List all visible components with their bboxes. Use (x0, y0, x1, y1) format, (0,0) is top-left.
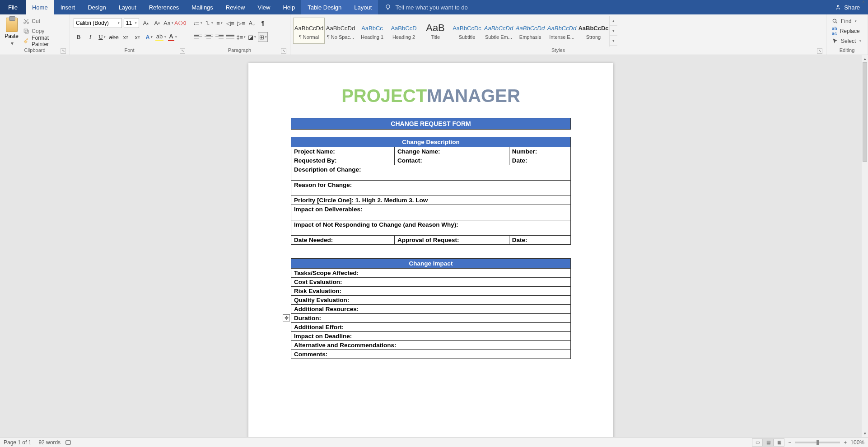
styles-more-arrow[interactable]: ▾ (610, 36, 617, 46)
tell-me[interactable]: Tell me what you want to do (378, 4, 474, 11)
cell-date-needed[interactable]: Date Needed: (291, 236, 395, 245)
style-tile-heading-2[interactable]: AaBbCcDHeading 2 (388, 18, 420, 44)
style-tile-strong[interactable]: AaBbCcDcStrong (578, 18, 609, 44)
shading-button[interactable]: ◪▾ (247, 32, 257, 42)
italic-button[interactable]: I (85, 32, 95, 42)
tab-insert[interactable]: Insert (54, 0, 82, 14)
align-left-button[interactable] (193, 32, 203, 42)
tab-home[interactable]: Home (26, 0, 54, 14)
underline-button[interactable]: U▾ (97, 32, 107, 42)
bold-button[interactable]: B (74, 32, 84, 42)
style-tile-subtitle[interactable]: AaBbCcDcSubtitle (451, 18, 483, 44)
cell-reason[interactable]: Reason for Change: (291, 181, 571, 196)
t2-row-1[interactable]: Cost Evaluation: (291, 278, 571, 287)
table-change-description[interactable]: Change Description Project Name: Change … (291, 137, 571, 245)
cell-impact-not-responding[interactable]: Impact of Not Responding to Change (and … (291, 220, 571, 236)
cell-approval[interactable]: Approval of Request: (395, 236, 509, 245)
tab-table-design[interactable]: Table Design (301, 0, 348, 14)
t2-row-2[interactable]: Risk Evaluation: (291, 287, 571, 296)
styles-launcher[interactable]: ⤡ (817, 48, 822, 54)
table-change-impact[interactable]: Change Impact Tasks/Scope Affected:Cost … (291, 258, 571, 359)
font-name-combo[interactable]: Calibri (Body)▾ (74, 18, 122, 28)
t2-row-6[interactable]: Additional Effort: (291, 323, 571, 332)
show-marks-button[interactable]: ¶ (258, 18, 268, 28)
style-tile-emphasis[interactable]: AaBbCcDdEmphasis (514, 18, 546, 44)
page[interactable]: PROJECTMANAGER CHANGE REQUEST FORM Chang… (248, 63, 613, 437)
scroll-up-button[interactable]: ▴ (862, 55, 868, 62)
decrease-indent-button[interactable]: ◁≡ (225, 18, 235, 28)
cell-description[interactable]: Description of Change: (291, 165, 571, 181)
cell-project-name[interactable]: Project Name: (291, 147, 395, 156)
paste-button[interactable]: Paste ▾ (3, 16, 20, 47)
t2-row-7[interactable]: Impact on Deadline: (291, 332, 571, 341)
tab-file[interactable]: File (0, 0, 26, 14)
zoom-slider[interactable] (795, 442, 840, 443)
borders-button[interactable]: ⊞▾ (258, 32, 268, 42)
print-layout-button[interactable]: ▤ (763, 438, 774, 447)
zoom-level[interactable]: 100% (850, 439, 864, 446)
styles-down-arrow[interactable]: ▾ (610, 26, 617, 36)
styles-up-arrow[interactable]: ▴ (610, 16, 617, 26)
increase-indent-button[interactable]: ▷≡ (236, 18, 246, 28)
cell-number[interactable]: Number: (509, 147, 570, 156)
cut-button[interactable]: Cut (23, 17, 67, 26)
spellcheck-icon[interactable] (65, 439, 71, 446)
tab-mailings[interactable]: Mailings (185, 0, 219, 14)
justify-button[interactable] (225, 32, 235, 42)
align-right-button[interactable] (215, 32, 224, 42)
superscript-button[interactable]: x2 (132, 32, 142, 42)
numbering-button[interactable]: ⒈▾ (204, 18, 214, 28)
find-button[interactable]: Find▾ (832, 17, 861, 26)
cell-change-name[interactable]: Change Name: (395, 147, 509, 156)
read-mode-button[interactable]: ▭ (752, 438, 763, 447)
font-size-combo[interactable]: 11▾ (124, 18, 140, 28)
highlight-button[interactable]: ab▾ (156, 32, 166, 42)
cell-impact-deliverables[interactable]: Impact on Deliverables: (291, 205, 571, 220)
tab-review[interactable]: Review (219, 0, 252, 14)
style-tile-heading-1[interactable]: AaBbCcHeading 1 (356, 18, 388, 44)
t2-row-5[interactable]: Duration: (291, 314, 571, 323)
t2-row-9[interactable]: Comments: (291, 350, 571, 359)
tab-design[interactable]: Design (81, 0, 112, 14)
table-move-handle-icon[interactable]: ✥ (283, 314, 290, 321)
styles-scroll-arrows[interactable]: ▴ ▾ ▾ (609, 16, 617, 47)
scroll-down-button[interactable]: ▾ (862, 430, 868, 437)
sort-button[interactable]: A↓ (247, 18, 257, 28)
tab-view[interactable]: View (251, 0, 276, 14)
cell-date2[interactable]: Date: (509, 236, 570, 245)
status-page[interactable]: Page 1 of 1 (4, 439, 31, 446)
style-tile-title[interactable]: AaBTitle (420, 18, 451, 44)
zoom-in-button[interactable]: + (844, 439, 847, 446)
t2-row-3[interactable]: Quality Evaluation: (291, 296, 571, 305)
vertical-scrollbar[interactable]: ▴ ▾ (862, 55, 868, 437)
text-effects-button[interactable]: A▾ (144, 32, 154, 42)
t2-row-8[interactable]: Alternative and Recommendations: (291, 341, 571, 350)
replace-button[interactable]: abac Replace (832, 27, 861, 36)
cell-date1[interactable]: Date: (509, 156, 570, 165)
shrink-font-button[interactable]: A▾ (152, 18, 162, 28)
collapse-ribbon-button[interactable]: ^ (860, 1, 867, 8)
style-tile-intense-e-[interactable]: AaBbCcDdIntense E... (546, 18, 578, 44)
t2-row-0[interactable]: Tasks/Scope Affected: (291, 269, 571, 278)
clipboard-launcher[interactable]: ⤡ (61, 48, 66, 54)
styles-gallery[interactable]: AaBbCcDd¶ NormalAaBbCcDd¶ No Spac...AaBb… (293, 16, 609, 46)
tab-layout[interactable]: Layout (112, 0, 143, 14)
document-viewport[interactable]: PROJECTMANAGER CHANGE REQUEST FORM Chang… (0, 55, 862, 437)
style-tile-subtle-em-[interactable]: AaBbCcDdSubtle Em... (483, 18, 514, 44)
font-launcher[interactable]: ⤡ (180, 48, 185, 54)
style-tile--no-spac-[interactable]: AaBbCcDd¶ No Spac... (325, 18, 356, 44)
align-center-button[interactable] (204, 32, 214, 42)
cell-contact[interactable]: Contact: (395, 156, 509, 165)
style-tile--normal[interactable]: AaBbCcDd¶ Normal (293, 18, 325, 44)
font-color-button[interactable]: A▾ (168, 32, 177, 42)
clear-formatting-button[interactable]: A⌫ (175, 18, 185, 28)
web-layout-button[interactable]: ▦ (774, 438, 784, 447)
scrollbar-thumb[interactable] (863, 62, 867, 162)
status-words[interactable]: 92 words (38, 439, 61, 446)
change-case-button[interactable]: Aa▾ (163, 18, 173, 28)
cell-requested-by[interactable]: Requested By: (291, 156, 395, 165)
paragraph-launcher[interactable]: ⤡ (281, 48, 286, 54)
format-painter-button[interactable]: Format Painter (23, 37, 67, 46)
tab-help[interactable]: Help (276, 0, 301, 14)
bullets-button[interactable]: ≔▾ (193, 18, 203, 28)
